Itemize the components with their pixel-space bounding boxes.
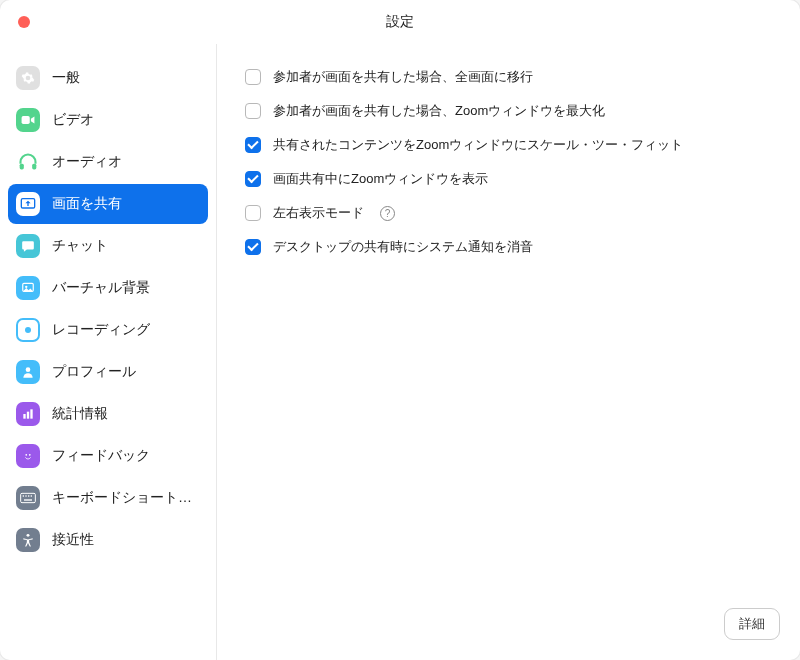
- svg-point-13: [29, 454, 31, 456]
- svg-rect-14: [21, 493, 36, 502]
- checkbox-maximize-on-share[interactable]: [245, 103, 261, 119]
- option-label: 共有されたコンテンツをZoomウィンドウにスケール・ツー・フィット: [273, 136, 683, 154]
- accessibility-icon: [16, 528, 40, 552]
- sidebar-item-label: レコーディング: [52, 321, 150, 339]
- sidebar-item-virtual-background[interactable]: バーチャル背景: [8, 268, 208, 308]
- titlebar: 設定: [0, 0, 800, 44]
- option-label: 参加者が画面を共有した場合、Zoomウィンドウを最大化: [273, 102, 605, 120]
- smiley-icon: [16, 444, 40, 468]
- svg-rect-10: [30, 409, 32, 418]
- sidebar-item-audio[interactable]: オーディオ: [8, 142, 208, 182]
- svg-point-20: [27, 534, 30, 537]
- svg-rect-8: [23, 414, 25, 419]
- option-label: デスクトップの共有時にシステム通知を消音: [273, 238, 533, 256]
- window-body: 一般 ビデオ オーディオ 画面を共有: [0, 44, 800, 660]
- settings-window: 設定 一般 ビデオ オーディオ: [0, 0, 800, 660]
- help-icon[interactable]: ?: [380, 206, 395, 221]
- sidebar-item-label: フィードバック: [52, 447, 150, 465]
- svg-point-7: [26, 367, 31, 372]
- image-icon: [16, 276, 40, 300]
- svg-rect-16: [25, 495, 26, 496]
- checkbox-show-zoom-window[interactable]: [245, 171, 261, 187]
- option-mute-notifications: デスクトップの共有時にシステム通知を消音: [245, 238, 772, 256]
- option-label: 参加者が画面を共有した場合、全画面に移行: [273, 68, 533, 86]
- checkbox-mute-notifications[interactable]: [245, 239, 261, 255]
- svg-rect-0: [22, 116, 30, 124]
- option-show-zoom-window: 画面共有中にZoomウィンドウを表示: [245, 170, 772, 188]
- sidebar-item-label: 一般: [52, 69, 80, 87]
- sidebar-item-general[interactable]: 一般: [8, 58, 208, 98]
- advanced-button[interactable]: 詳細: [724, 608, 780, 640]
- sidebar-item-label: チャット: [52, 237, 108, 255]
- checkbox-scale-to-fit[interactable]: [245, 137, 261, 153]
- sidebar-item-profile[interactable]: プロフィール: [8, 352, 208, 392]
- option-side-by-side: 左右表示モード ?: [245, 204, 772, 222]
- svg-rect-17: [28, 495, 29, 496]
- sidebar-item-keyboard-shortcuts[interactable]: キーボードショートカ…: [8, 478, 208, 518]
- sidebar-item-label: 画面を共有: [52, 195, 122, 213]
- option-scale-to-fit: 共有されたコンテンツをZoomウィンドウにスケール・ツー・フィット: [245, 136, 772, 154]
- sidebar: 一般 ビデオ オーディオ 画面を共有: [0, 44, 217, 660]
- svg-point-6: [25, 327, 31, 333]
- close-window-button[interactable]: [18, 16, 30, 28]
- sidebar-item-feedback[interactable]: フィードバック: [8, 436, 208, 476]
- svg-rect-1: [20, 164, 24, 170]
- chat-icon: [16, 234, 40, 258]
- sidebar-item-recording[interactable]: レコーディング: [8, 310, 208, 350]
- option-fullscreen-on-share: 参加者が画面を共有した場合、全画面に移行: [245, 68, 772, 86]
- svg-rect-15: [23, 495, 24, 496]
- svg-point-12: [25, 454, 27, 456]
- checkbox-fullscreen-on-share[interactable]: [245, 69, 261, 85]
- svg-rect-19: [24, 499, 32, 500]
- svg-rect-2: [32, 164, 36, 170]
- svg-rect-18: [31, 495, 32, 496]
- svg-point-5: [25, 286, 27, 288]
- headphones-icon: [16, 150, 40, 174]
- sidebar-item-accessibility[interactable]: 接近性: [8, 520, 208, 560]
- window-title: 設定: [0, 13, 800, 31]
- content-panel: 参加者が画面を共有した場合、全画面に移行 参加者が画面を共有した場合、Zoomウ…: [217, 44, 800, 660]
- checkbox-side-by-side[interactable]: [245, 205, 261, 221]
- sidebar-item-statistics[interactable]: 統計情報: [8, 394, 208, 434]
- option-label: 左右表示モード: [273, 204, 364, 222]
- sidebar-item-label: バーチャル背景: [52, 279, 150, 297]
- sidebar-item-label: オーディオ: [52, 153, 122, 171]
- option-maximize-on-share: 参加者が画面を共有した場合、Zoomウィンドウを最大化: [245, 102, 772, 120]
- share-screen-icon: [16, 192, 40, 216]
- window-controls: [0, 16, 30, 28]
- sidebar-item-label: ビデオ: [52, 111, 94, 129]
- bar-chart-icon: [16, 402, 40, 426]
- sidebar-item-label: 接近性: [52, 531, 94, 549]
- gear-icon: [16, 66, 40, 90]
- sidebar-item-video[interactable]: ビデオ: [8, 100, 208, 140]
- svg-rect-9: [27, 412, 29, 419]
- sidebar-item-chat[interactable]: チャット: [8, 226, 208, 266]
- sidebar-item-share-screen[interactable]: 画面を共有: [8, 184, 208, 224]
- sidebar-item-label: プロフィール: [52, 363, 136, 381]
- sidebar-item-label: 統計情報: [52, 405, 108, 423]
- profile-icon: [16, 360, 40, 384]
- sidebar-item-label: キーボードショートカ…: [52, 489, 200, 507]
- video-icon: [16, 108, 40, 132]
- keyboard-icon: [16, 486, 40, 510]
- option-label: 画面共有中にZoomウィンドウを表示: [273, 170, 488, 188]
- record-icon: [16, 318, 40, 342]
- svg-rect-11: [23, 451, 34, 462]
